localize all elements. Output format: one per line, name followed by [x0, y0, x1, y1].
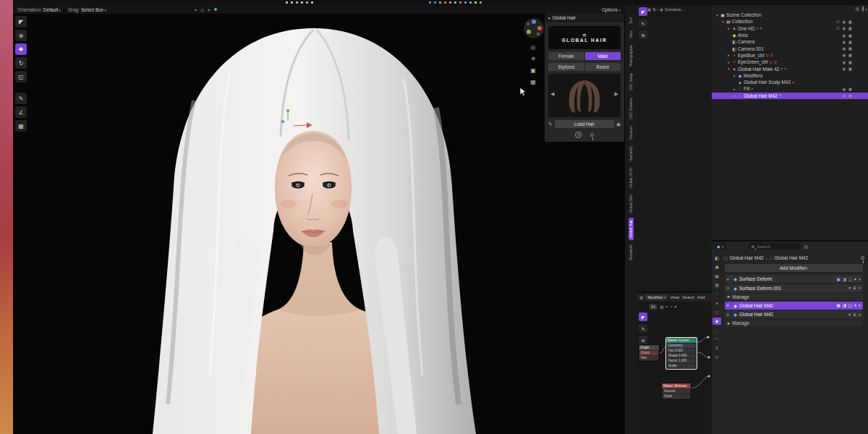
side-tab-tool[interactable]: Tool — [629, 15, 634, 26]
cam-toggle-icon[interactable]: ▣ — [848, 46, 852, 51]
cam-toggle-icon[interactable]: ▣ — [848, 67, 852, 71]
outliner-row[interactable]: ◧Camera.001◉▣ — [712, 45, 868, 51]
toggle-icon[interactable]: ▾ — [854, 303, 856, 307]
cam-toggle-icon[interactable]: ▣ — [848, 26, 852, 30]
cam-toggle-icon[interactable]: ▣ — [848, 33, 852, 38]
expander-icon[interactable]: ▸ — [728, 294, 730, 299]
breadcrumb-modifier[interactable]: Global Hair M42 — [774, 255, 808, 260]
options-icon[interactable]: ▥ — [804, 244, 808, 249]
toggle-icon[interactable]: ▾ — [854, 277, 856, 281]
outliner-row[interactable]: ▾▤Collection☑◉▣ — [712, 18, 868, 25]
eye-toggle-icon[interactable]: ◉ — [842, 67, 846, 71]
outliner-item-label[interactable]: Camera — [738, 39, 754, 44]
outliner-item-label[interactable]: One HD — [738, 26, 754, 31]
tweak-tool[interactable]: ◤ — [15, 16, 27, 27]
expander-icon[interactable]: ▾ — [726, 67, 731, 71]
scene-tab[interactable]: ◔ — [712, 290, 721, 297]
add-modifier-button[interactable]: Add Modifier — [725, 264, 863, 272]
modifier-subpanel[interactable]: ▸Manage — [725, 320, 863, 327]
outliner-item-label[interactable]: Scene Collection — [726, 12, 762, 17]
side-tab-global-hdri[interactable]: Global HDRI — [629, 166, 634, 190]
annotate-tool[interactable]: ✎ — [639, 19, 647, 27]
check-toggle-icon[interactable]: ☑ — [836, 26, 840, 30]
panel-header[interactable]: ▾ Global Hair — [545, 13, 624, 22]
modifier-row[interactable]: ▾◆Surface Deform▣◨▢▾× — [725, 275, 863, 283]
orientation-dropdown[interactable]: Default — [43, 7, 61, 12]
side-tab-daz-runtime[interactable]: DAZ Runtime — [629, 95, 634, 122]
app-icon[interactable] — [434, 1, 436, 4]
node-graph[interactable]: GraphCountFac — [638, 344, 660, 362]
move-tool[interactable]: ✚ — [15, 43, 27, 55]
app-icon[interactable] — [291, 1, 293, 4]
axis-y-dot[interactable] — [527, 30, 531, 34]
editor-type-icon[interactable]: ▦ — [639, 295, 643, 299]
viewport-overlay-icons[interactable]: ▾◎▾ — [195, 7, 210, 12]
scene-datablock[interactable]: S — [652, 7, 655, 12]
rotate-tool[interactable]: ↻ — [15, 57, 27, 69]
side-tab-view[interactable]: View — [629, 28, 634, 41]
node-header-icon[interactable]: ≈ — [671, 305, 673, 309]
expander-icon[interactable]: ▸ — [726, 26, 731, 30]
modifier-row[interactable]: ▾◆Surface Deform.001♥⊞× — [725, 284, 863, 292]
extra-icon[interactable]: ♥ — [848, 286, 851, 290]
app-icon[interactable] — [429, 1, 431, 4]
app-icon[interactable] — [449, 1, 451, 4]
toggle-icon[interactable]: ▢ — [848, 277, 852, 281]
expander-icon[interactable]: ▾ — [715, 13, 720, 17]
add-cube-tool[interactable]: ▦ — [15, 120, 27, 132]
node-socket[interactable]: Scalp — [667, 364, 696, 369]
expander-icon[interactable]: ▸ — [726, 60, 731, 64]
app-icon[interactable] — [459, 1, 461, 4]
hair-tab-beard[interactable]: Beard — [585, 63, 621, 71]
hair-tab-female[interactable]: Female — [548, 52, 584, 60]
geometry-node-editor[interactable]: ▦ Modifier ViewSelectAdd 01▤×≈▾ GraphCou… — [637, 293, 712, 434]
axis-z-dot[interactable] — [532, 20, 536, 24]
check-toggle-icon[interactable]: ☑ — [836, 20, 840, 24]
outliner-item-label[interactable]: Global Hair Male 42 — [738, 67, 779, 72]
search-icon[interactable] — [862, 7, 864, 11]
outliner-row[interactable]: ▸▲One HD▿×☑◉▣ — [712, 25, 868, 32]
collapse-icon[interactable]: ▾ — [548, 16, 550, 20]
modifier-row[interactable]: ▾◆Global Hair M42♥⊞× — [725, 310, 863, 318]
search-input[interactable] — [757, 244, 798, 249]
modifier-name[interactable]: Surface Deform.001 — [739, 286, 781, 291]
overlay-icon[interactable]: ▾ — [195, 7, 197, 12]
editor-type-dropdown[interactable]: ◆ ▾ — [715, 243, 726, 250]
measure-tool[interactable]: ∠ — [15, 106, 27, 118]
axis-x-dot[interactable] — [537, 26, 542, 30]
expander-icon[interactable]: ▸ — [732, 93, 737, 98]
outliner-row[interactable]: ◧Camera◉▣ — [712, 38, 868, 45]
toggle-icon[interactable]: × — [859, 277, 861, 281]
menu-view[interactable]: View — [670, 295, 679, 299]
app-icon[interactable] — [301, 1, 303, 4]
outliner-item-label[interactable]: Global Hair M42 — [744, 93, 778, 98]
zoom-icon[interactable]: ◎ — [528, 43, 538, 51]
side-tab-global-skin[interactable]: Global Skin — [629, 192, 634, 216]
node-master-wetness[interactable]: Master WetnessAmountScale — [661, 383, 692, 400]
tree-name[interactable]: Compos... — [665, 7, 684, 12]
outliner-item-label[interactable]: EyeGreen_ctrl — [738, 59, 768, 64]
annotate-tool[interactable]: ✎ — [639, 324, 647, 333]
node-master-curves[interactable]: Master CurvesGeometryFac 0.500Shade 0.40… — [665, 337, 697, 370]
expander-icon[interactable]: ▸ — [732, 73, 737, 77]
node-header-icon[interactable]: ▤ — [660, 305, 663, 309]
particles-tab[interactable]: ∴ — [712, 326, 721, 333]
camera-view-icon[interactable]: ▣ — [528, 66, 538, 75]
modifier-subpanel[interactable]: ▸Manage — [725, 293, 863, 300]
modifier-row[interactable]: ▾◆Global Hair M42▣◨▢▾× — [725, 302, 863, 310]
overlay-icon[interactable]: ▾ — [208, 7, 210, 12]
node-socket[interactable]: Fac — [639, 356, 658, 361]
drag-dropdown[interactable]: Select Box — [81, 7, 106, 12]
toggle-icon[interactable]: ▣ — [836, 277, 840, 281]
toggle-icon[interactable]: ▢ — [848, 303, 852, 307]
cam-toggle-icon[interactable]: ▣ — [848, 93, 852, 98]
toggle-ortho-icon[interactable]: ▦ — [528, 77, 538, 86]
hair-tab-stylized[interactable]: Stylized — [548, 63, 584, 71]
app-icon[interactable] — [311, 1, 313, 4]
outliner-row[interactable]: ▾▲Global Hair Male 42▿≈◉▣ — [712, 65, 868, 72]
eye-toggle-icon[interactable]: ◉ — [842, 26, 846, 30]
search-field[interactable] — [749, 243, 801, 250]
cam-toggle-icon[interactable]: ▣ — [848, 60, 852, 64]
cursor-tool[interactable]: ⊕ — [15, 30, 27, 41]
expander-icon[interactable]: ▾ — [727, 286, 731, 290]
